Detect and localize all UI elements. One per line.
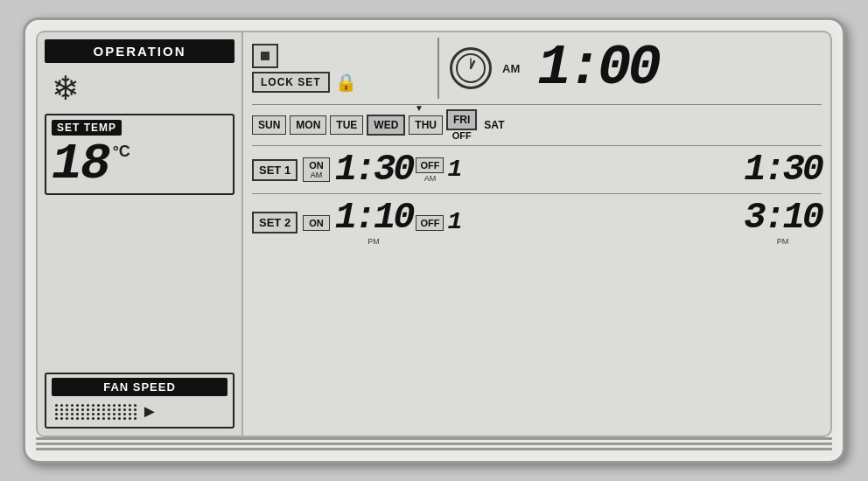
schedule1-row: SET 1 ON AM 1:30 OFF AM 1 1:30	[252, 146, 822, 194]
current-time-display: 1:00	[537, 40, 658, 96]
set2-digit: 1	[447, 208, 462, 235]
fan-speed-box: FAN SPEED	[45, 373, 234, 429]
fri-off-label: OFF	[452, 130, 472, 141]
lock-row: LOCK SET 🔒	[252, 72, 427, 93]
set1-off-box[interactable]: OFF	[416, 157, 444, 173]
vertical-divider	[438, 38, 439, 99]
day-wed[interactable]: WED	[367, 115, 405, 136]
set2-set-time: 3:10	[744, 199, 822, 236]
bottom-line-3	[36, 448, 832, 450]
operation-label: OPERATION	[45, 39, 234, 63]
schedule2-row: SET 2 ON 1:10 PM OFF 1 3:10 PM	[252, 194, 822, 251]
right-panel: LOCK SET 🔒	[243, 32, 830, 436]
set1-off-period: AM	[424, 174, 437, 183]
set1-off-area: OFF AM	[416, 157, 444, 183]
set1-on-button[interactable]: ON AM	[303, 157, 330, 182]
day-sun[interactable]: SUN	[252, 115, 286, 135]
bottom-lines	[36, 437, 832, 450]
bottom-line-2	[36, 443, 832, 445]
set1-digit: 1	[447, 156, 462, 183]
clock-circle	[450, 47, 492, 89]
schedule1-time-area: 1:30 OFF AM 1	[335, 151, 739, 188]
left-panel: OPERATION ❄ SET TEMP 18 °C FAN SPEED	[38, 32, 243, 436]
fri-off-area: FRI OFF	[446, 109, 477, 141]
day-tue[interactable]: TUE	[330, 115, 363, 135]
device-screen: OPERATION ❄ SET TEMP 18 °C FAN SPEED	[36, 31, 832, 437]
fan-speed-label: FAN SPEED	[52, 378, 228, 396]
set-temp-box: SET TEMP 18 °C	[45, 114, 234, 195]
set1-on-period: AM	[311, 171, 323, 179]
day-sat: SAT	[480, 116, 508, 134]
set2-on-period: PM	[368, 237, 380, 246]
top-row: LOCK SET 🔒	[252, 38, 822, 105]
set2-label[interactable]: SET 2	[252, 212, 298, 234]
celsius-unit: °C	[113, 143, 130, 161]
day-thu[interactable]: THU	[409, 115, 443, 135]
bottom-line-1	[36, 437, 832, 440]
snowflake-icon: ❄	[45, 68, 234, 108]
set2-on-time-col: 1:10 PM	[335, 199, 413, 246]
set-temp-label: SET TEMP	[52, 120, 122, 136]
square-inner-icon	[261, 52, 270, 60]
fan-speed-graphic: ►	[52, 400, 228, 423]
days-row: ▼ SUN MON TUE WED THU FRI OFF SAT	[252, 105, 822, 146]
set-temp-digits: 18	[52, 139, 109, 190]
set1-on-time: 1:30	[335, 151, 413, 188]
set2-set-time-col: 3:10 PM	[744, 199, 822, 246]
set-temp-value: 18 °C	[52, 139, 228, 190]
lock-icon: 🔒	[335, 72, 357, 93]
set2-on-time: 1:10	[335, 199, 413, 236]
square-button[interactable]	[252, 44, 278, 68]
set1-label[interactable]: SET 1	[252, 159, 298, 181]
day-fri[interactable]: FRI	[446, 109, 477, 130]
day-indicator: ▼	[415, 103, 424, 113]
set2-off-box[interactable]: OFF	[416, 215, 444, 231]
set1-set-time: 1:30	[744, 151, 822, 188]
set2-off-area: OFF	[416, 215, 444, 231]
set2-on-label: ON	[309, 218, 324, 228]
set2-off-period: PM	[777, 237, 789, 246]
device-casing: OPERATION ❄ SET TEMP 18 °C FAN SPEED	[23, 17, 845, 464]
fan-dots	[55, 404, 137, 420]
day-mon[interactable]: MON	[290, 115, 326, 135]
clock-section: AM	[450, 47, 520, 89]
schedule2-time-area: 1:10 PM OFF 1	[335, 199, 739, 246]
clock-display	[450, 47, 492, 89]
current-time: 1:00	[537, 37, 658, 100]
clock-svg	[455, 52, 486, 84]
lock-area: LOCK SET 🔒	[252, 44, 427, 93]
set1-on-label: ON	[309, 160, 324, 171]
fan-arrow-icon: ►	[141, 401, 158, 422]
am-pm-label: AM	[502, 62, 520, 75]
set2-on-button[interactable]: ON	[303, 215, 330, 231]
lock-set-button[interactable]: LOCK SET	[252, 72, 330, 93]
